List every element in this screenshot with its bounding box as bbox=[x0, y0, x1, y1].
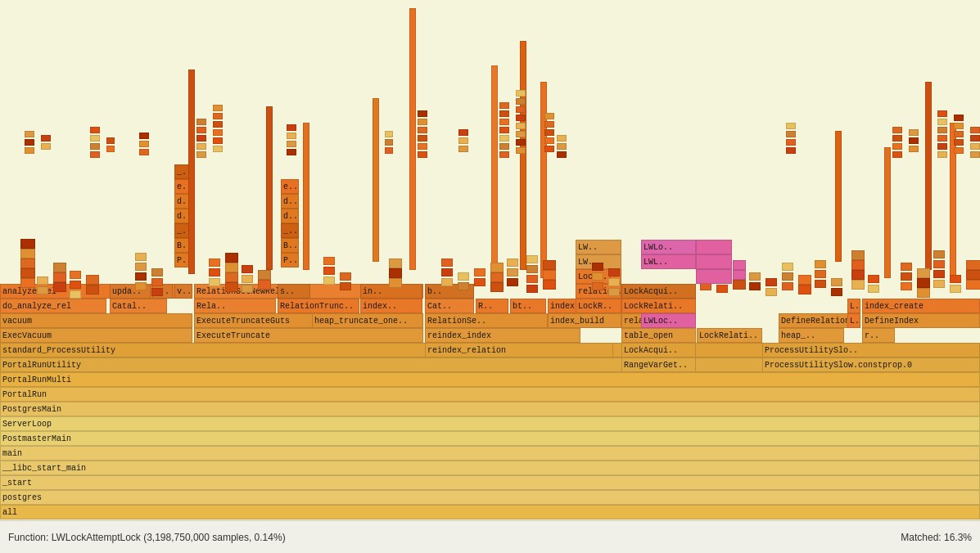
flame-small-4[interactable] bbox=[20, 239, 35, 249]
flame-small-23[interactable] bbox=[209, 268, 220, 276]
flame-small-150[interactable] bbox=[458, 137, 468, 144]
flame-small-21[interactable] bbox=[151, 268, 163, 276]
flame-small-52[interactable] bbox=[507, 278, 518, 286]
flame-small-83[interactable] bbox=[798, 285, 811, 294]
flame-small-179[interactable] bbox=[892, 151, 902, 158]
flame-small-134[interactable] bbox=[213, 113, 223, 119]
flame-small-168[interactable] bbox=[544, 137, 554, 144]
flame-bar-LockRelati[interactable]: LockRelati.. bbox=[621, 299, 696, 313]
flame-bar-tall2[interactable] bbox=[188, 70, 195, 274]
flame-bar-index_build[interactable]: index_build bbox=[548, 313, 621, 328]
flame-small-189[interactable] bbox=[937, 127, 947, 133]
flame-small-71[interactable] bbox=[716, 285, 728, 293]
flame-small-131[interactable] bbox=[213, 137, 223, 144]
flame-small-140[interactable] bbox=[385, 147, 393, 154]
flame-small-64[interactable] bbox=[592, 263, 603, 271]
flame-small-170[interactable] bbox=[544, 121, 554, 128]
flame-small-147[interactable] bbox=[418, 119, 427, 125]
flame-small-127[interactable] bbox=[196, 135, 206, 142]
flame-small-183[interactable] bbox=[909, 146, 919, 152]
flame-small-110[interactable] bbox=[966, 260, 980, 270]
flame-small-119[interactable] bbox=[90, 127, 100, 133]
flame-small-111[interactable] bbox=[25, 147, 34, 154]
flame-small-101[interactable] bbox=[917, 268, 930, 278]
flame-small-2[interactable] bbox=[20, 259, 35, 268]
flame-bar-PostgresMain[interactable]: PostgresMain bbox=[0, 402, 980, 416]
flame-small-193[interactable] bbox=[954, 139, 964, 146]
flame-bar-r_bar[interactable]: r.. bbox=[862, 328, 895, 343]
flame-small-16[interactable] bbox=[135, 272, 147, 281]
flame-bar-LWLo_bar[interactable]: LWLo.. bbox=[641, 240, 696, 254]
flame-small-188[interactable] bbox=[937, 135, 947, 142]
flame-small-61[interactable] bbox=[543, 260, 556, 270]
flame-bar-P_bar2[interactable]: P.. bbox=[281, 253, 299, 268]
flame-bar-main[interactable]: main bbox=[0, 446, 980, 461]
flame-small-95[interactable] bbox=[868, 275, 879, 283]
flame-small-39[interactable] bbox=[389, 278, 402, 288]
flame-small-129[interactable] bbox=[196, 119, 206, 125]
flame-bar-L_bar1[interactable]: L.. bbox=[847, 299, 860, 313]
flame-small-103[interactable] bbox=[933, 270, 945, 278]
flame-small-22[interactable] bbox=[209, 278, 220, 286]
flame-bar-bt_bar[interactable]: bt.. bbox=[510, 299, 546, 313]
flame-bar-LockAcqui2[interactable]: LockAcqui.. bbox=[621, 343, 696, 357]
flame-small-29[interactable] bbox=[242, 285, 253, 293]
flame-small-14[interactable] bbox=[86, 275, 99, 285]
flame-bar-e_bar2[interactable]: e.. bbox=[281, 179, 299, 194]
flame-small-47[interactable] bbox=[474, 278, 485, 286]
flame-bar-all[interactable]: all bbox=[0, 505, 980, 519]
flame-small-6[interactable] bbox=[37, 276, 48, 285]
flame-small-133[interactable] bbox=[213, 121, 223, 128]
flame-small-126[interactable] bbox=[196, 143, 206, 150]
flame-small-153[interactable] bbox=[499, 143, 509, 150]
flame-small-18[interactable] bbox=[135, 253, 147, 261]
flame-small-9[interactable] bbox=[53, 263, 66, 272]
flame-small-138[interactable] bbox=[287, 133, 296, 139]
flame-small-7[interactable] bbox=[53, 282, 66, 292]
flame-bar-tall5[interactable] bbox=[520, 41, 526, 270]
flame-small-38[interactable] bbox=[340, 272, 351, 281]
flame-small-80[interactable] bbox=[782, 282, 793, 290]
flame-small-152[interactable] bbox=[499, 151, 509, 158]
flame-small-56[interactable] bbox=[526, 275, 538, 283]
flame-bar-LockAcqui1[interactable]: LockAcqui.. bbox=[621, 284, 696, 299]
flame-small-120[interactable] bbox=[106, 146, 115, 152]
flame-small-1[interactable] bbox=[20, 268, 35, 278]
flame-small-28[interactable] bbox=[225, 253, 238, 263]
flame-small-156[interactable] bbox=[499, 119, 509, 125]
flame-bar-LWL_bar1[interactable]: LWL.. bbox=[641, 254, 696, 269]
flame-small-121[interactable] bbox=[106, 137, 115, 144]
flame-small-81[interactable] bbox=[782, 272, 793, 281]
flame-small-97[interactable] bbox=[901, 272, 912, 281]
flame-small-166[interactable] bbox=[516, 90, 526, 97]
flame-bar-PostmasterMain[interactable]: PostmasterMain bbox=[0, 431, 980, 446]
flame-small-142[interactable] bbox=[385, 131, 393, 137]
flame-bar-RelationSe[interactable]: RelationSe.. bbox=[425, 313, 548, 328]
flame-small-59[interactable] bbox=[543, 280, 556, 290]
flame-small-202[interactable] bbox=[696, 254, 732, 269]
flame-small-27[interactable] bbox=[225, 263, 238, 272]
flame-small-167[interactable] bbox=[544, 146, 554, 152]
flame-small-10[interactable] bbox=[70, 290, 81, 299]
flame-small-24[interactable] bbox=[209, 259, 220, 267]
flame-small-143[interactable] bbox=[418, 151, 427, 158]
flame-small-66[interactable] bbox=[608, 278, 620, 286]
flame-small-12[interactable] bbox=[70, 271, 81, 279]
flame-small-130[interactable] bbox=[213, 146, 223, 152]
flame-small-160[interactable] bbox=[516, 139, 526, 146]
flame-small-113[interactable] bbox=[25, 131, 34, 137]
flame-small-128[interactable] bbox=[196, 127, 206, 133]
flame-bar-LockRelati2[interactable]: LockRelati.. bbox=[697, 328, 762, 343]
flame-small-25[interactable] bbox=[225, 282, 238, 292]
flame-small-186[interactable] bbox=[937, 151, 947, 158]
flame-small-117[interactable] bbox=[90, 143, 100, 150]
flame-small-180[interactable] bbox=[892, 143, 902, 150]
flame-bar-RelationTrunc[interactable]: RelationTrunc.. bbox=[278, 299, 359, 313]
flame-small-96[interactable] bbox=[901, 282, 912, 290]
flame-bar-reindex_relation[interactable]: reindex_relation bbox=[425, 343, 613, 357]
flame-small-114[interactable] bbox=[41, 143, 51, 150]
flame-bar-postgres[interactable]: postgres bbox=[0, 490, 980, 505]
flame-bar-index_create[interactable]: index_create bbox=[862, 299, 980, 313]
flame-small-85[interactable] bbox=[815, 280, 826, 288]
flame-small-77[interactable] bbox=[749, 272, 761, 281]
